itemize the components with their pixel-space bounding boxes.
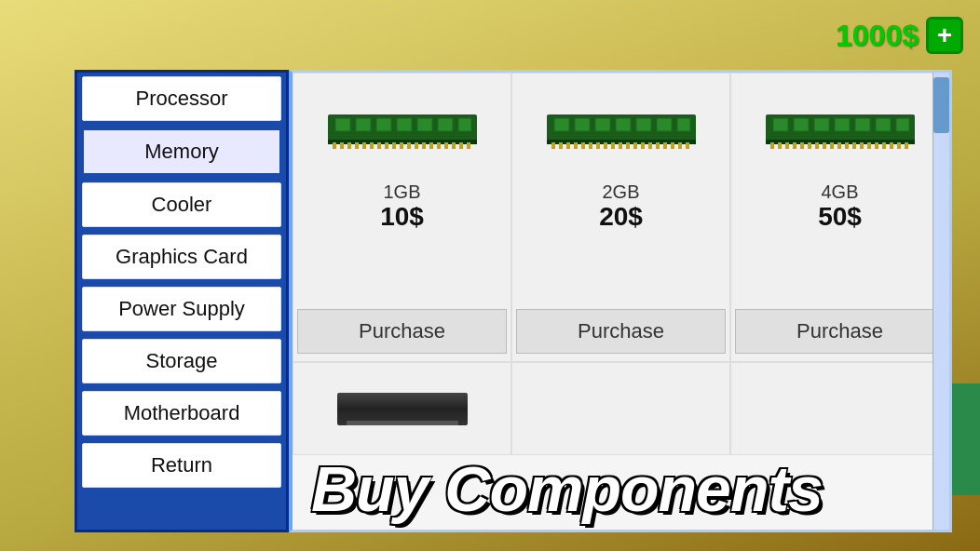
svg-rect-12 — [355, 142, 359, 149]
svg-rect-2 — [335, 118, 350, 131]
product-info-1gb: 1GB 10$ — [376, 178, 428, 235]
svg-rect-77 — [860, 142, 864, 149]
svg-rect-70 — [808, 142, 811, 149]
content-area: 1GB 10$ Purchase — [289, 70, 952, 532]
product-price-1gb: 10$ — [380, 203, 424, 232]
svg-rect-64 — [896, 118, 909, 131]
add-money-button[interactable]: + — [926, 17, 963, 54]
svg-rect-25 — [452, 142, 456, 149]
svg-rect-35 — [657, 118, 672, 131]
svg-rect-65 — [770, 142, 774, 149]
svg-rect-50 — [648, 142, 652, 149]
svg-rect-51 — [656, 142, 660, 149]
svg-rect-18 — [400, 142, 403, 149]
svg-rect-26 — [459, 142, 463, 149]
svg-rect-47 — [626, 142, 630, 149]
svg-rect-81 — [890, 142, 893, 149]
svg-rect-36 — [677, 118, 690, 131]
svg-rect-4 — [376, 118, 391, 131]
product-cell-1gb: 1GB 10$ Purchase — [293, 73, 511, 362]
svg-rect-20 — [415, 142, 418, 149]
product-image-2gb — [516, 81, 726, 174]
purchase-button-1gb[interactable]: Purchase — [297, 309, 507, 354]
svg-rect-39 — [566, 142, 570, 149]
svg-rect-82 — [897, 142, 901, 149]
svg-rect-34 — [636, 118, 651, 131]
svg-rect-23 — [437, 142, 441, 149]
sidebar-item-graphics-card[interactable]: Graphics Card — [82, 235, 281, 279]
svg-rect-73 — [830, 142, 834, 149]
svg-rect-72 — [823, 142, 826, 149]
money-display: 1000$ + — [836, 17, 963, 54]
svg-rect-45 — [611, 142, 615, 149]
product-cell-row2-1 — [293, 362, 511, 455]
product-info-4gb: 4GB 50$ — [814, 178, 865, 235]
svg-rect-66 — [778, 142, 782, 149]
svg-rect-55 — [686, 142, 689, 149]
product-cell-row2-3 — [730, 362, 949, 455]
purchase-button-2gb[interactable]: Purchase — [516, 309, 726, 354]
sidebar: Processor Memory Cooler Graphics Card Po… — [75, 70, 289, 532]
svg-rect-46 — [619, 142, 622, 149]
svg-rect-60 — [814, 118, 829, 131]
product-size-2gb: 2GB — [599, 181, 643, 203]
svg-rect-40 — [574, 142, 578, 149]
svg-rect-53 — [671, 142, 674, 149]
svg-rect-83 — [905, 142, 908, 149]
product-image-1gb — [297, 81, 507, 174]
purchase-button-4gb[interactable]: Purchase — [735, 309, 945, 354]
svg-rect-75 — [845, 142, 849, 149]
product-cell-4gb: 4GB 50$ Purchase — [730, 73, 949, 362]
product-image-4gb — [735, 81, 945, 174]
ram-icon-4gb — [766, 107, 915, 149]
ram-icon-1gb — [328, 107, 477, 149]
scrollbar[interactable] — [932, 73, 949, 530]
svg-rect-10 — [340, 142, 344, 149]
sidebar-item-cooler[interactable]: Cooler — [82, 182, 281, 227]
svg-rect-48 — [633, 142, 637, 149]
sidebar-item-motherboard[interactable]: Motherboard — [82, 391, 281, 436]
svg-rect-43 — [596, 142, 600, 149]
svg-rect-54 — [678, 142, 682, 149]
product-price-4gb: 50$ — [818, 203, 862, 232]
svg-rect-8 — [458, 118, 471, 131]
svg-rect-19 — [407, 142, 411, 149]
money-amount: 1000$ — [836, 19, 919, 53]
sidebar-item-power-supply[interactable]: Power Supply — [82, 287, 281, 331]
sidebar-item-processor[interactable]: Processor — [82, 76, 281, 121]
svg-rect-31 — [575, 118, 590, 131]
svg-rect-27 — [467, 142, 470, 149]
svg-rect-30 — [554, 118, 569, 131]
svg-rect-21 — [422, 142, 426, 149]
svg-rect-38 — [559, 142, 563, 149]
sidebar-item-memory[interactable]: Memory — [82, 128, 281, 175]
svg-rect-5 — [397, 118, 412, 131]
product-size-4gb: 4GB — [818, 181, 862, 203]
product-cell-2gb: 2GB 20$ Purchase — [511, 73, 730, 362]
svg-rect-33 — [616, 118, 631, 131]
products-grid: 1GB 10$ Purchase — [293, 73, 949, 530]
sidebar-item-storage[interactable]: Storage — [82, 339, 281, 383]
scroll-thumb — [933, 77, 949, 133]
svg-rect-13 — [362, 142, 366, 149]
main-panel: Processor Memory Cooler Graphics Card Po… — [75, 70, 952, 532]
sidebar-item-return[interactable]: Return — [82, 443, 281, 488]
svg-rect-63 — [876, 118, 891, 131]
svg-rect-11 — [347, 142, 351, 149]
svg-rect-69 — [800, 142, 804, 149]
svg-rect-71 — [815, 142, 819, 149]
svg-rect-17 — [392, 142, 396, 149]
svg-rect-49 — [641, 142, 645, 149]
svg-rect-80 — [882, 142, 886, 149]
svg-rect-16 — [385, 142, 388, 149]
svg-rect-37 — [551, 142, 555, 149]
svg-rect-22 — [429, 142, 433, 149]
svg-rect-79 — [875, 142, 878, 149]
product-info-2gb: 2GB 20$ — [595, 178, 647, 235]
svg-rect-6 — [417, 118, 432, 131]
svg-rect-76 — [852, 142, 856, 149]
product-size-1gb: 1GB — [380, 181, 424, 203]
svg-rect-14 — [370, 142, 374, 149]
svg-rect-78 — [867, 142, 871, 149]
svg-rect-42 — [589, 142, 592, 149]
